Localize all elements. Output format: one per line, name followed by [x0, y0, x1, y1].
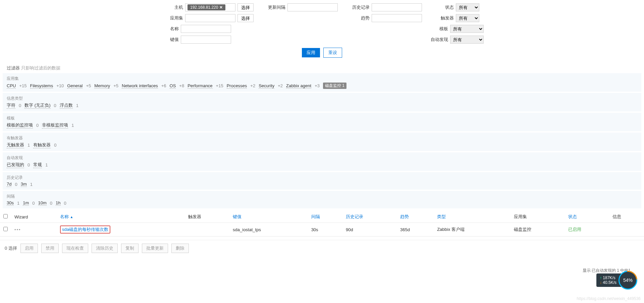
subfilter-count: 0	[50, 201, 52, 206]
copy-button[interactable]: 复制	[121, 244, 139, 253]
subfilter-item[interactable]: General	[67, 83, 83, 89]
subfilter-item[interactable]: 1h	[56, 200, 60, 206]
appset-select-button[interactable]: 选择	[237, 14, 254, 22]
col-name[interactable]: 名称 ▲	[57, 211, 185, 223]
subfilter-item[interactable]: 10m	[38, 200, 47, 206]
col-trend[interactable]: 趋势	[397, 211, 434, 223]
subfilter-label: 历史记录	[7, 175, 637, 181]
cell-type: Zabbix 客户端	[434, 223, 511, 237]
subfilter-label: 有触发器	[7, 135, 637, 141]
subfilter-count: +6	[161, 83, 166, 88]
subfilter-item[interactable]: Filesystems	[30, 83, 53, 89]
subfilter-count: 0	[36, 123, 39, 128]
state-select[interactable]: 所有	[456, 3, 479, 11]
col-appset: 应用集	[511, 211, 565, 223]
subfilter-item[interactable]: 3m	[21, 182, 27, 187]
subfilter-item[interactable]: Performance	[187, 83, 212, 89]
delete-button[interactable]: 删除	[171, 244, 189, 253]
subfilter-label: 应用集	[7, 76, 637, 82]
subfilter-count: +3	[315, 83, 320, 88]
subfilter-count: 1	[71, 123, 74, 128]
subfilter-label: 自动发现	[7, 155, 637, 161]
subfilter-count: 0	[64, 201, 66, 206]
subfilter-item[interactable]: 有触发器	[33, 142, 51, 148]
host-input-wrap[interactable]: 192.168.81.220✕	[185, 3, 235, 11]
sort-asc-icon: ▲	[70, 215, 73, 219]
subfilter-interval: 间隔30s11m010m01h0	[3, 191, 641, 208]
history-input[interactable]	[372, 3, 422, 11]
subfilter-trigger: 有触发器无触发器1有触发器0	[3, 133, 641, 151]
cell-key: sda_iostat_tps	[229, 223, 308, 237]
subfilter-badge[interactable]: 磁盘监控 1	[323, 83, 346, 89]
subfilter-item[interactable]: 浮点数	[60, 102, 73, 109]
select-all-checkbox[interactable]	[3, 214, 8, 218]
subfilter-count: +10	[56, 83, 64, 88]
selected-count: 0 选择	[5, 245, 17, 251]
host-remove-icon[interactable]: ✕	[219, 5, 223, 10]
subfilter-item[interactable]: 字符	[7, 102, 15, 109]
host-label: 主机	[165, 4, 183, 10]
col-info: 信息	[609, 211, 644, 223]
subfilter-item[interactable]: Processes	[227, 83, 247, 89]
update-input[interactable]	[287, 3, 338, 11]
col-type[interactable]: 类型	[434, 211, 511, 223]
col-history[interactable]: 历史记录	[342, 211, 397, 223]
subfilter-count: 1	[17, 201, 19, 206]
subfilter-count: +8	[179, 83, 184, 88]
discovery-select[interactable]: 所有	[450, 36, 484, 44]
subfilter-count: 0	[15, 182, 17, 187]
item-name-link[interactable]: sda磁盘的每秒传输次数	[62, 227, 108, 232]
subfilter-count: 1	[76, 103, 78, 108]
subfilter-count: 0	[28, 162, 30, 167]
appset-input[interactable]	[185, 14, 235, 22]
subfilter-item[interactable]: Network interfaces	[122, 83, 158, 89]
subfilter-item[interactable]: 数字 (无正负)	[24, 102, 50, 109]
trend-input[interactable]	[372, 14, 422, 22]
enable-button[interactable]: 启用	[20, 244, 38, 253]
appset-label: 应用集	[165, 15, 183, 21]
template-select[interactable]: 所有	[450, 25, 484, 33]
row-checkbox[interactable]	[3, 227, 8, 231]
subfilter-count: 1	[30, 182, 33, 187]
status-link[interactable]: 已启用	[568, 227, 581, 232]
subfilter-item[interactable]: OS	[170, 83, 176, 89]
template-label: 模板	[430, 26, 448, 32]
subfilter-item[interactable]: Security	[259, 83, 274, 89]
col-key[interactable]: 键值	[229, 211, 308, 223]
subfilter-count: 0	[54, 103, 56, 108]
key-input[interactable]	[181, 36, 231, 44]
subfilter-item[interactable]: Memory	[94, 83, 110, 89]
clear-history-button[interactable]: 清除历史	[92, 244, 118, 253]
subfilter-item[interactable]: 模板的监控项	[7, 122, 33, 129]
subfilter-count: +15	[216, 83, 223, 88]
name-input[interactable]	[181, 25, 231, 33]
subfilter-item[interactable]: 非模板监控项	[42, 122, 68, 129]
subfilter-item[interactable]: Zabbix agent	[286, 83, 311, 89]
subfilter-item[interactable]: 已发现的	[7, 162, 24, 168]
col-status[interactable]: 状态	[565, 211, 609, 223]
reset-button[interactable]: 重设	[323, 48, 342, 58]
subfilter-item[interactable]: 无触发器	[7, 142, 24, 148]
state-label: 状态	[435, 4, 454, 10]
apply-button[interactable]: 应用	[302, 48, 320, 57]
subfilter-item[interactable]: 常规	[33, 162, 42, 168]
subfilter-item[interactable]: 30s	[7, 200, 14, 206]
subfilter-item[interactable]: 7d	[7, 182, 11, 187]
subfilter-item[interactable]: 1m	[23, 200, 29, 206]
subfilter-label: 信息类型	[7, 96, 637, 101]
subfilter-count: +2	[250, 83, 255, 88]
cell-interval: 30s	[308, 223, 342, 237]
trigger-select[interactable]: 所有	[456, 14, 479, 22]
subfilter-history: 历史记录7d03m1	[3, 172, 641, 190]
host-select-button[interactable]: 选择	[237, 3, 254, 11]
mass-update-button[interactable]: 批量更新	[142, 244, 168, 253]
host-tag[interactable]: 192.168.81.220✕	[187, 4, 225, 10]
check-now-button[interactable]: 现在检查	[62, 244, 88, 253]
cell-appset: 磁盘监控	[511, 223, 565, 237]
subfilter-count: 1	[45, 162, 48, 167]
subfilter-item[interactable]: CPU	[7, 83, 16, 89]
filter-form: 主机 192.168.81.220✕ 选择 更新间隔 历史记录 状态 所有 应用…	[0, 0, 644, 65]
disable-button[interactable]: 禁用	[41, 244, 59, 253]
col-interval[interactable]: 间隔	[308, 211, 342, 223]
wizard-menu-icon[interactable]: •••	[14, 227, 21, 232]
